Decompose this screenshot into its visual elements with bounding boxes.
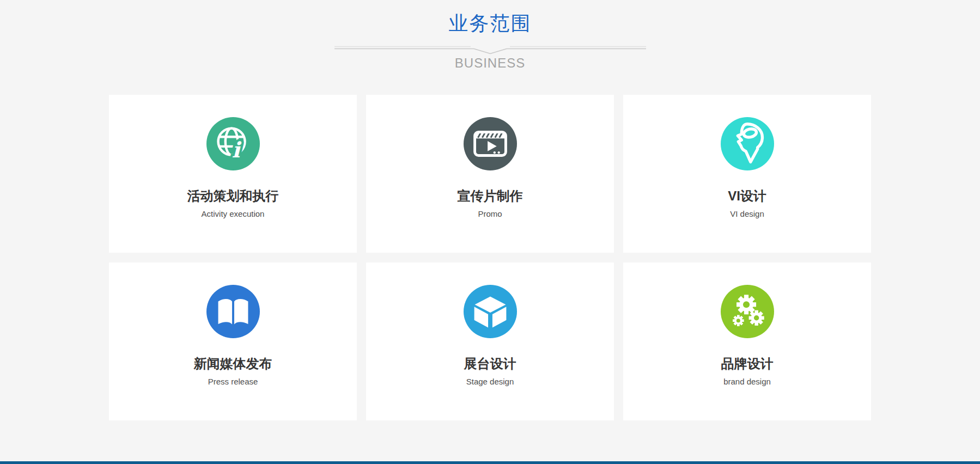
card-subtitle: Stage design (366, 376, 614, 387)
card-vi-design[interactable]: VI设计 VI design (623, 95, 871, 253)
card-stage-design[interactable]: 展台设计 Stage design (366, 262, 614, 420)
card-title: 品牌设计 (623, 356, 871, 372)
card-press-release[interactable]: 新闻媒体发布 Press release (109, 262, 357, 420)
card-subtitle: Promo (366, 209, 614, 219)
card-title: 新闻媒体发布 (109, 356, 357, 372)
card-title: 活动策划和执行 (109, 188, 357, 204)
section-subtitle: BUSINESS (0, 57, 980, 70)
card-title: 展台设计 (366, 356, 614, 372)
card-title: 宣传片制作 (366, 188, 614, 204)
card-subtitle: VI design (623, 209, 871, 219)
business-section: 业务范围 BUSINESS i i (0, 0, 980, 464)
card-activity-execution[interactable]: i i 活动策划和执行 Activity execution (109, 95, 357, 253)
section-header: 业务范围 BUSINESS (0, 0, 980, 70)
section-title: 业务范围 (0, 12, 980, 35)
card-title: VI设计 (623, 188, 871, 204)
card-subtitle: Press release (109, 376, 357, 387)
gears-icon (721, 285, 774, 338)
card-promo[interactable]: 宣传片制作 Promo (366, 95, 614, 253)
card-brand-design[interactable]: 品牌设计 brand design (623, 262, 871, 420)
cards-grid: i i 活动策划和执行 Activity execution (109, 95, 871, 420)
globe-info-icon: i i (206, 117, 260, 170)
bottom-divider-bar (0, 461, 980, 464)
cube-icon (464, 285, 517, 338)
head-profile-icon (721, 117, 774, 170)
svg-text:i: i (232, 137, 241, 162)
card-subtitle: Activity execution (109, 209, 357, 219)
video-promo-icon (464, 117, 517, 170)
card-subtitle: brand design (623, 376, 871, 387)
open-book-icon (206, 285, 260, 338)
divider-chevron (334, 45, 646, 54)
